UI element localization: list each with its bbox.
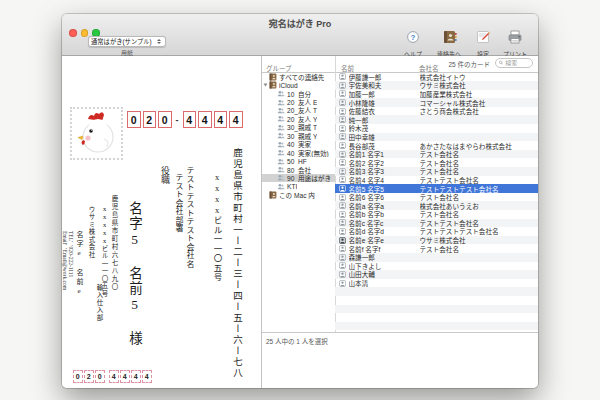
group-item[interactable]: 80_会社 (262, 165, 335, 173)
group-label: この Mac 内 (279, 191, 315, 199)
postal-digit-box: 2 (84, 370, 94, 383)
chevron-updown-icon (155, 37, 163, 46)
person-icon (339, 211, 346, 218)
group-item[interactable]: iCloud (262, 81, 335, 89)
group-label: 90_用途はがき (287, 174, 331, 182)
group-label: 30_親戚 Y (287, 132, 317, 140)
group-icon (277, 166, 285, 174)
group-icon (277, 132, 285, 140)
postal-digit-box: 0 (127, 111, 141, 128)
group-label: すべての連絡先 (279, 73, 324, 81)
person-icon (339, 194, 346, 201)
person-icon (339, 271, 346, 278)
postal-digit-box: 4 (142, 370, 152, 383)
empty-row (335, 296, 538, 305)
group-item[interactable]: 30_親戚 T (262, 123, 335, 131)
group-item[interactable]: すべての連絡先 (262, 73, 335, 81)
empty-row (335, 287, 538, 296)
contact-company: さとう商会株式会社 (420, 106, 539, 116)
group-item[interactable]: 50_HF (262, 157, 335, 165)
groups-list: すべての連絡先iCloud10_自分20_友人 E20_友人 T20_友人 Y3… (262, 73, 335, 200)
settings-button[interactable]: 設定 (465, 30, 501, 54)
address-book-icon (269, 81, 277, 89)
person-icon (339, 280, 346, 287)
recipient-address-line2: xxxxビル一一〇五号 (211, 172, 223, 283)
sender-name: 名字e 名前e (74, 231, 84, 297)
contacts-icon (442, 30, 457, 45)
group-icon (277, 115, 285, 123)
group-item[interactable]: KTI (262, 182, 335, 190)
selection-status: 25 人中の 1 人を選択 (266, 336, 328, 346)
person-icon (339, 176, 346, 183)
settings-icon (476, 30, 490, 45)
open-contacts-button[interactable]: 連絡先へ (431, 30, 467, 54)
person-icon (339, 82, 346, 89)
person-icon (339, 202, 346, 209)
postal-digit-box: 4 (198, 111, 212, 128)
chicken-stamp-illustration (74, 111, 119, 156)
postal-digit-box: 4 (229, 111, 243, 128)
person-icon (339, 142, 346, 149)
paper-select-dropdown[interactable]: 通常はがき(サンプル) (88, 36, 166, 47)
group-icon (277, 157, 285, 165)
group-item[interactable]: 30_親戚 Y (262, 132, 335, 140)
group-item[interactable]: 20_友人 E (262, 98, 335, 106)
group-item-selected[interactable]: 90_用途はがき (262, 174, 335, 182)
group-label: 40_実家(無効) (287, 148, 329, 156)
recipient-job-title: 役職 (159, 166, 172, 184)
search-icon (499, 60, 503, 66)
postcard-preview: 020-4444 鹿児島県市町村一ー二ー三ー四ー五ー六ー七八 xxxxビル一一〇… (62, 56, 262, 388)
contact-name: 山本清 (349, 278, 420, 288)
person-icon (339, 125, 346, 132)
person-icon (339, 116, 346, 123)
print-icon (507, 30, 523, 45)
recipient-department: テスト会社部署 (173, 173, 184, 233)
person-icon (339, 262, 346, 269)
postal-digit-box: 0 (73, 370, 83, 383)
contacts-panel: 25 件のカード グループ 名前 会社名 すべての連絡先iCloud10_自分2… (262, 56, 538, 388)
postal-digit-box: 0 (158, 111, 172, 128)
group-item[interactable]: 20_友人 Y (262, 115, 335, 123)
group-item[interactable]: 40_実家 (262, 140, 335, 148)
help-button[interactable]: ? ヘルプ (395, 30, 431, 54)
close-button[interactable] (69, 29, 77, 37)
address-book-icon (269, 191, 277, 199)
postal-digit-box: 2 (143, 111, 157, 128)
group-icon (277, 149, 285, 157)
group-label: 20_友人 Y (287, 115, 317, 123)
person-icon (339, 219, 346, 226)
postal-digit-box: 4 (183, 111, 197, 128)
paper-select-value: 通常はがき(サンプル) (91, 37, 155, 46)
app-window: 宛名はがき Pro 通常はがき(サンプル) 用紙 ? ヘルプ 連絡先へ (62, 14, 538, 388)
group-label: 30_親戚 T (287, 123, 317, 131)
sender-department: 輸入仕入部 (94, 284, 104, 322)
search-input[interactable] (505, 60, 529, 66)
person-icon (339, 228, 346, 235)
group-label: 10_自分 (287, 89, 311, 97)
person-icon (339, 159, 346, 166)
sender-company: ウサミ株式会社 (86, 206, 96, 259)
person-icon (339, 245, 346, 252)
minimize-button[interactable] (81, 29, 89, 37)
group-item[interactable]: この Mac 内 (262, 191, 335, 199)
search-field[interactable] (495, 58, 533, 68)
postal-digit-box: 4 (109, 370, 119, 383)
group-item[interactable]: 20_友人 T (262, 106, 335, 114)
status-divider (262, 332, 538, 333)
group-icon (277, 106, 285, 114)
person-icon (339, 99, 346, 106)
person-icon (339, 73, 346, 80)
group-icon (277, 174, 285, 182)
person-icon (339, 185, 346, 192)
group-item[interactable]: 40_実家(無効) (262, 148, 335, 156)
print-button[interactable]: プリント (497, 30, 533, 54)
group-item[interactable]: 10_自分 (262, 89, 335, 97)
svg-text:?: ? (411, 33, 416, 42)
group-label: 40_実家 (287, 140, 311, 148)
sender-postal-code: 0204444 (73, 370, 152, 383)
group-label: 50_HF (287, 158, 307, 165)
empty-row (335, 305, 538, 314)
group-icon (277, 123, 285, 131)
contact-row[interactable]: 山本清 (335, 279, 538, 288)
person-icon (339, 90, 346, 97)
